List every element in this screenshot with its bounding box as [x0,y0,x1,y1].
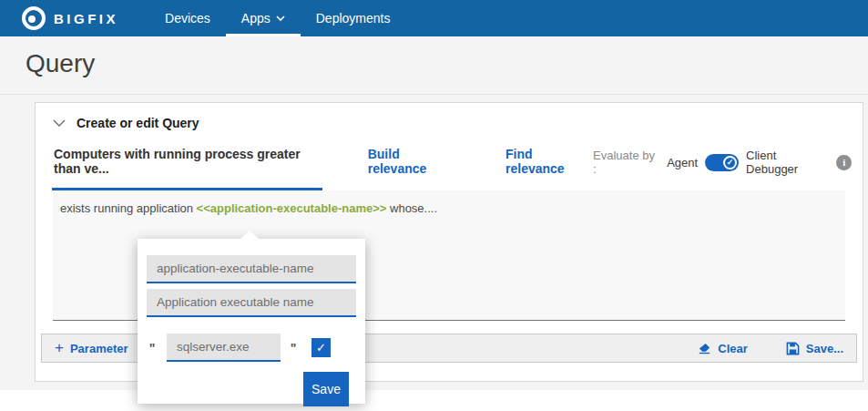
parameter-popup: " " ✓ Save [138,239,365,404]
evaluate-toggle[interactable]: ✓ [705,154,739,171]
parameter-token[interactable]: <<application-executable-name>> [197,201,387,215]
parameter-label-input[interactable] [147,289,356,317]
main-content: Query Create or edit Query Computers wit… [0,36,868,390]
nav-item-label: Devices [165,11,210,26]
save-query-button[interactable]: Save... [786,342,843,355]
page-title: Query [26,49,868,78]
tab-row: Computers with running process greater t… [36,136,863,190]
relevance-text-after: whose.... [386,201,437,215]
nav-item-devices[interactable]: Devices [149,0,226,36]
popup-arrow [240,231,260,240]
section-header[interactable]: Create or edit Query [36,103,863,136]
nav-item-label: Deployments [316,11,391,26]
evaluate-by-group: Evaluate by : Agent ✓ Client Debugger i [593,149,852,187]
nav-items: Devices Apps Deployments [149,0,405,36]
plus-icon: + [55,339,64,357]
toolbar-right: Clear Save... [698,342,843,355]
popup-save-button[interactable]: Save [303,372,349,406]
query-editor-panel: Create or edit Query Computers with runn… [35,102,863,382]
default-value-row: " " ✓ [147,334,356,362]
popup-save-row: Save [147,372,356,406]
toggle-check-icon: ✓ [723,156,737,170]
tab-query-name[interactable]: Computers with running process greater t… [52,145,322,190]
brand: BIGFIX [22,0,118,36]
tab-build-relevance[interactable]: Build relevance [368,147,460,189]
collapse-chevron-icon[interactable] [52,116,66,130]
save-query-label: Save... [806,342,843,355]
floppy-disk-icon [786,342,800,355]
section-title: Create or edit Query [77,116,199,130]
parameter-name-input[interactable] [147,255,356,283]
add-parameter-button[interactable]: + Parameter [55,339,128,357]
nav-item-label: Apps [241,11,271,26]
relevance-text-before: exists running application [60,201,197,215]
eraser-icon [698,342,711,355]
close-quote: " [288,341,299,355]
quoted-checkbox[interactable]: ✓ [311,338,331,357]
clear-label: Clear [718,342,748,355]
evaluate-option-client-debugger: Client Debugger [746,149,829,176]
chevron-down-icon [276,14,285,23]
info-icon[interactable]: i [836,155,852,170]
nav-item-apps[interactable]: Apps [226,0,301,36]
nav-item-deployments[interactable]: Deployments [301,0,406,36]
page-header: Query [0,36,868,95]
parameter-default-value-input[interactable] [167,334,281,362]
add-parameter-label: Parameter [70,342,128,355]
bigfix-logo-icon [22,6,46,30]
top-navbar: BIGFIX Devices Apps Deployments [0,0,868,36]
tab-find-relevance[interactable]: Find relevance [505,147,593,189]
evaluate-option-agent: Agent [667,156,698,170]
evaluate-by-label: Evaluate by : [593,149,659,176]
clear-button[interactable]: Clear [698,342,748,355]
brand-name: BIGFIX [54,11,118,26]
open-quote: " [147,341,158,355]
